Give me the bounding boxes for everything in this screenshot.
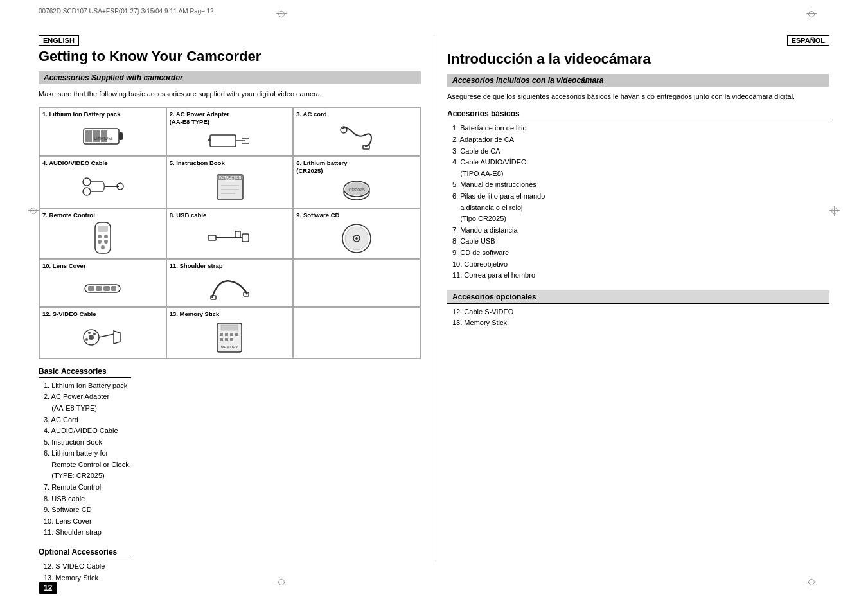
svg-text:MEMORY: MEMORY	[221, 345, 238, 349]
usb-cable-icon	[207, 224, 252, 253]
svg-rect-44	[88, 286, 94, 291]
reg-mark-mr	[829, 206, 840, 216]
grid-label-instruction-book: 5. Instruction Book	[170, 159, 225, 166]
spanish-optional-heading: Accesorios opcionales	[447, 290, 829, 304]
svg-rect-46	[103, 286, 110, 291]
grid-img-shoulder-strap	[170, 272, 290, 305]
grid-cell-ac-adapter: 2. AC Power Adapter(AA-E8 TYPE)	[166, 107, 294, 156]
es-list-item-13: 13. Memory Stick	[452, 317, 829, 329]
english-badge: ENGLISH	[39, 35, 79, 46]
list-item-7: 7. Remote Control	[44, 482, 131, 493]
shoulder-strap-icon	[209, 272, 251, 304]
svg-point-42	[355, 237, 358, 240]
svg-rect-30	[98, 226, 108, 232]
accessories-grid: 1. Lithium Ion Battery pack LITHIUM	[39, 107, 421, 359]
svideo-icon	[82, 321, 123, 353]
svg-point-53	[85, 338, 88, 341]
grid-label-usb-cable: 8. USB cable	[170, 211, 207, 218]
grid-img-remote	[42, 220, 163, 256]
es-list-item-6: 6. Pilas de litio para el mando a distan…	[452, 191, 829, 225]
grid-label-software-cd: 9. Software CD	[296, 211, 339, 218]
list-item-2: 2. AC Power Adapter (AA-E8 TYPE)	[44, 391, 131, 414]
spanish-basic-heading: Accesorios básicos	[447, 109, 829, 120]
svg-rect-60	[230, 333, 233, 336]
memory-stick-icon: MEMORY	[212, 320, 247, 355]
es-list-item-2: 2. Adaptador de CA	[452, 134, 829, 146]
grid-img-svideo	[42, 320, 163, 355]
grid-cell-lithium-battery: 6. Lithium battery(CR2025) CR2025	[293, 156, 420, 208]
grid-cell-battery: 1. Lithium Ion Battery pack LITHIUM	[39, 107, 166, 156]
list-item-10: 10. Lens Cover	[44, 516, 131, 528]
page-number: 12	[39, 582, 57, 594]
svg-line-52	[99, 334, 114, 337]
es-list-item-10: 10. Cubreobjetivo	[452, 259, 829, 271]
list-item-6: 6. Lithium battery for Remote Control or…	[44, 448, 131, 482]
english-basic-list: 1. Lithium Ion Battery pack 2. AC Power …	[39, 380, 131, 538]
grid-cell-empty2	[293, 307, 420, 358]
grid-cell-remote: 7. Remote Control	[39, 208, 166, 259]
grid-cell-ac-cord: 3. AC cord	[293, 107, 420, 156]
english-title: Getting to Know Your Camcorder	[39, 48, 421, 65]
spanish-intro: Asegúrese de que los siguientes accesori…	[447, 92, 829, 102]
svg-point-13	[83, 188, 91, 195]
english-basic-heading: Basic Accessories	[39, 367, 131, 378]
svg-rect-59	[225, 333, 228, 336]
english-optional-heading: Optional Accessories	[39, 547, 131, 558]
es-list-item-8: 8. Cable USB	[452, 236, 829, 247]
grid-label-battery: 1. Lithium Ion Battery pack	[42, 111, 120, 118]
spanish-section-header: Accesorios incluidos con la videocámara	[447, 74, 829, 87]
grid-label-lens-cover: 10. Lens Cover	[42, 262, 86, 269]
english-list-container: Basic Accessories 1. Lithium Ion Battery…	[39, 367, 421, 593]
columns: ENGLISH Getting to Know Your Camcorder A…	[39, 35, 829, 562]
grid-cell-memory-stick: 13. Memory Stick	[166, 307, 294, 358]
grid-cell-svideo: 12. S-VIDEO Cable	[39, 307, 166, 358]
svg-rect-62	[220, 338, 223, 341]
svg-rect-6	[210, 135, 236, 147]
es-list-item-9: 9. CD de software	[452, 247, 829, 259]
list-item-1: 1. Lithium Ion Battery pack	[44, 380, 131, 392]
grid-label-svideo: 12. S-VIDEO Cable	[42, 310, 96, 317]
svg-point-55	[88, 332, 91, 334]
grid-label-lithium-battery: 6. Lithium battery(CR2025)	[296, 159, 347, 174]
svg-point-51	[89, 335, 94, 340]
grid-img-av-cable	[42, 169, 163, 205]
spanish-lists: Accesorios básicos 1. Batería de ion de …	[447, 109, 829, 329]
reg-mark-br	[806, 577, 817, 587]
software-cd-icon	[341, 222, 373, 254]
page-container: 00762D SCD107 USA+ESP(01-27) 3/15/04 9:1…	[0, 0, 868, 613]
list-item-9: 9. Software CD	[44, 504, 131, 516]
svg-point-33	[98, 240, 102, 244]
svg-text:LITHIUM: LITHIUM	[94, 136, 112, 141]
svg-rect-38	[242, 234, 249, 242]
grid-img-ac-cord	[296, 120, 417, 153]
list-item-3: 3. AC Cord	[44, 414, 131, 426]
grid-img-battery: LITHIUM	[42, 120, 163, 153]
grid-img-lens-cover	[42, 272, 163, 305]
es-list-item-11: 11. Correa para el hombro	[452, 270, 829, 281]
svg-point-54	[93, 333, 96, 335]
english-lists: Basic Accessories 1. Lithium Ion Battery…	[39, 367, 421, 593]
list-item-11: 11. Shoulder strap	[44, 527, 131, 538]
grid-label-ac-cord: 3. AC cord	[296, 111, 326, 118]
english-column: ENGLISH Getting to Know Your Camcorder A…	[39, 35, 434, 562]
english-optional-list: 12. S-VIDEO Cable 13. Memory Stick	[39, 561, 131, 583]
svg-point-32	[104, 235, 108, 238]
svg-rect-58	[220, 333, 223, 336]
svg-rect-1	[119, 132, 123, 140]
spanish-column: ESPAÑOL Introducción a la videocámara Ac…	[434, 35, 829, 562]
es-list-item-5: 5. Manual de instrucciones	[452, 179, 829, 191]
svg-point-35	[101, 245, 105, 249]
english-intro: Make sure that the following basic acces…	[39, 89, 421, 99]
svg-rect-63	[225, 338, 228, 341]
spanish-badge: ESPAÑOL	[787, 35, 829, 46]
grid-cell-usb-cable: 8. USB cable	[166, 208, 294, 259]
lens-cover-icon	[82, 275, 123, 301]
list-item-4: 4. AUDIO/VIDEO Cable	[44, 425, 131, 437]
spanish-title: Introducción a la videocámara	[447, 51, 829, 67]
grid-cell-empty	[293, 259, 420, 307]
reg-mark-top	[276, 9, 287, 19]
lithium-battery-icon: CR2025	[341, 176, 373, 205]
grid-cell-av-cable: 4. AUDIO/VIDEO Cable	[39, 156, 166, 208]
list-item-5: 5. Instruction Book	[44, 437, 131, 449]
grid-label-remote: 7. Remote Control	[42, 211, 95, 218]
